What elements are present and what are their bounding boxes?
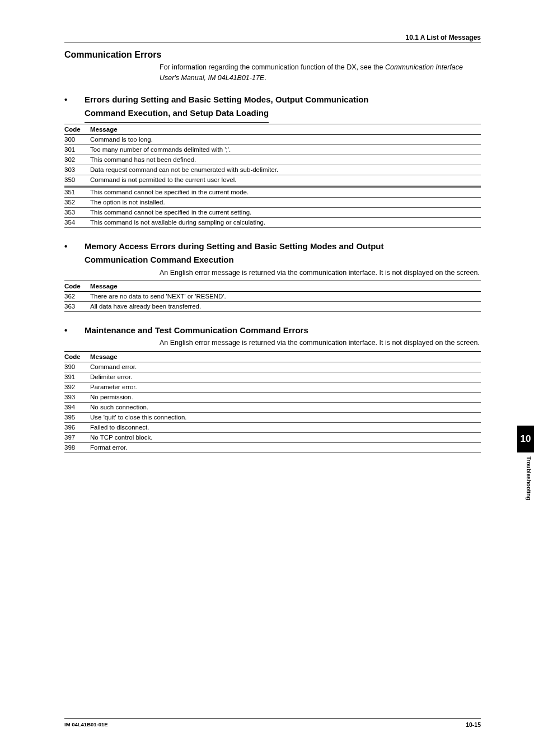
table-row: 393No permission. (64, 392, 481, 402)
sub2-line1: Memory Access Errors during Setting and … (85, 240, 384, 253)
table-row: 394No such connection. (64, 402, 481, 412)
sub1-line1: Errors during Setting and Basic Setting … (85, 94, 369, 106)
cell-msg: This command cannot be specified in the … (90, 187, 481, 197)
table-row: 351This command cannot be specified in t… (64, 187, 481, 197)
cell-code: 393 (64, 392, 90, 402)
cell-msg: There are no data to send 'NEXT' or 'RES… (90, 291, 481, 301)
cell-msg: Parameter error. (90, 382, 481, 392)
sub1-header: • Errors during Setting and Basic Settin… (64, 94, 481, 123)
table-row: 396Failed to disconnect. (64, 422, 481, 432)
cell-code: 392 (64, 382, 90, 392)
cell-msg: Too many number of commands delimited wi… (90, 144, 481, 155)
th-msg: Message (90, 351, 481, 362)
cell-code: 363 (64, 301, 90, 311)
section-title: Communication Errors (64, 50, 481, 60)
cell-code: 362 (64, 291, 90, 301)
th-code: Code (64, 124, 90, 134)
footer: IM 04L41B01-01E 10-15 (64, 718, 481, 728)
cell-msg: This command is not available during sam… (90, 217, 481, 227)
section-intro: For information regarding the communicat… (160, 62, 481, 83)
cell-msg: No such connection. (90, 402, 481, 412)
th-msg: Message (90, 124, 481, 134)
table-row: 353This command cannot be specified in t… (64, 207, 481, 217)
chapter-label: Troubleshooting (526, 456, 532, 500)
header-rule: 10.1 A List of Messages (64, 34, 481, 43)
cell-code: 303 (64, 165, 90, 175)
cell-msg: The option is not installed. (90, 197, 481, 207)
table-row: 303Data request command can not be enume… (64, 165, 481, 175)
table-row: 362There are no data to send 'NEXT' or '… (64, 291, 481, 301)
footer-right: 10-15 (466, 721, 481, 728)
bullet-icon: • (64, 325, 85, 335)
sub1-line2: Command Execution, and Setup Data Loadin… (85, 107, 269, 123)
header-title: 10.1 A List of Messages (64, 34, 481, 41)
chapter-tab: 10 (517, 426, 534, 452)
table-row: 350Command is not permitted to the curre… (64, 175, 481, 185)
cell-code: 390 (64, 362, 90, 372)
cell-code: 394 (64, 402, 90, 412)
cell-msg: This command has not been defined. (90, 155, 481, 165)
cell-code: 396 (64, 422, 90, 432)
th-msg: Message (90, 281, 481, 291)
sub2-line2: Communication Command Execution (85, 254, 481, 267)
table-row: 390Command error. (64, 362, 481, 372)
sub3-note: An English error message is returned via… (160, 338, 481, 348)
cell-code: 350 (64, 175, 90, 185)
intro-c: . (264, 74, 266, 82)
sub1-table: Code Message 300Command is too long. 301… (64, 124, 481, 228)
sub2-note: An English error message is returned via… (160, 268, 481, 278)
footer-left: IM 04L41B01-01E (64, 721, 108, 728)
cell-msg: Delimiter error. (90, 372, 481, 382)
sub3-header: • Maintenance and Test Communication Com… (64, 324, 481, 337)
cell-msg: No permission. (90, 392, 481, 402)
cell-code: 398 (64, 442, 90, 452)
table-row: 363All data have already been transferre… (64, 301, 481, 311)
th-code: Code (64, 281, 90, 291)
th-code: Code (64, 351, 90, 362)
cell-msg: Failed to disconnect. (90, 422, 481, 432)
cell-code: 395 (64, 412, 90, 422)
intro-a: For information regarding the communicat… (160, 63, 385, 71)
cell-msg: Command is too long. (90, 134, 481, 144)
table-row: 397No TCP control block. (64, 432, 481, 442)
cell-msg: Command is not permitted to the current … (90, 175, 481, 185)
cell-code: 300 (64, 134, 90, 144)
bullet-icon: • (64, 241, 85, 251)
table-row: 392Parameter error. (64, 382, 481, 392)
cell-code: 351 (64, 187, 90, 197)
sub3-table: Code Message 390Command error. 391Delimi… (64, 351, 481, 453)
cell-code: 301 (64, 144, 90, 155)
table-row: 300Command is too long. (64, 134, 481, 144)
table-row: 391Delimiter error. (64, 372, 481, 382)
table-row: 395Use 'quit' to close this connection. (64, 412, 481, 422)
cell-msg: No TCP control block. (90, 432, 481, 442)
cell-msg: Format error. (90, 442, 481, 452)
table-row: 302This command has not been defined. (64, 155, 481, 165)
table-row: 352The option is not installed. (64, 197, 481, 207)
cell-msg: Command error. (90, 362, 481, 372)
cell-msg: Use 'quit' to close this connection. (90, 412, 481, 422)
table-row: 354This command is not available during … (64, 217, 481, 227)
cell-code: 354 (64, 217, 90, 227)
cell-msg: Data request command can not be enumerat… (90, 165, 481, 175)
cell-code: 352 (64, 197, 90, 207)
cell-code: 397 (64, 432, 90, 442)
cell-code: 391 (64, 372, 90, 382)
cell-msg: All data have already been transferred. (90, 301, 481, 311)
sub3-line1: Maintenance and Test Communication Comma… (85, 324, 308, 337)
table-row: 301Too many number of commands delimited… (64, 144, 481, 155)
cell-code: 353 (64, 207, 90, 217)
chapter-number: 10 (521, 433, 531, 445)
table-row: 398Format error. (64, 442, 481, 452)
bullet-icon: • (64, 95, 85, 104)
sub2-table: Code Message 362There are no data to sen… (64, 281, 481, 312)
cell-msg: This command cannot be specified in the … (90, 207, 481, 217)
sub2-header: • Memory Access Errors during Setting an… (64, 240, 481, 267)
cell-code: 302 (64, 155, 90, 165)
